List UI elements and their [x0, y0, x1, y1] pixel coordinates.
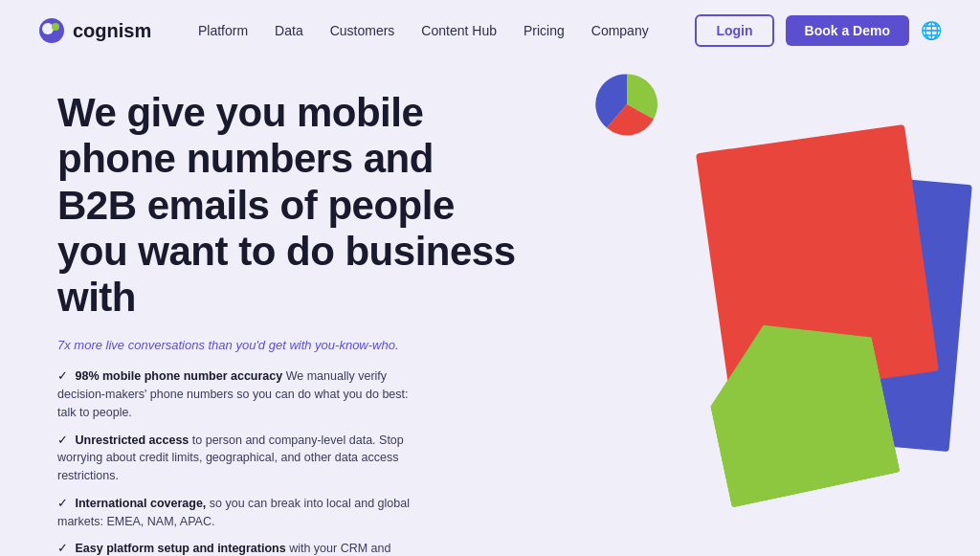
svg-point-1 — [42, 23, 54, 34]
feature-coverage: ✓ International coverage, so you can bre… — [57, 495, 421, 531]
nav-links: Platform Data Customers Content Hub Pric… — [198, 22, 649, 39]
hero-title: We give you mobile phone numbers and B2B… — [57, 90, 517, 321]
hero-tagline: 7x more live conversations than you'd ge… — [57, 338, 517, 352]
check-icon-1: ✓ — [57, 369, 68, 383]
feature-integrations: ✓ Easy platform setup and integrations w… — [57, 540, 421, 556]
check-icon-2: ✓ — [57, 434, 68, 447]
shapes-graphic — [597, 138, 942, 549]
book-demo-button[interactable]: Book a Demo — [786, 15, 909, 46]
nav-pricing[interactable]: Pricing — [523, 23, 565, 38]
logo-text: cognism — [73, 20, 151, 42]
logo-icon — [38, 17, 65, 44]
features-list: ✓ 98% mobile phone number accuracy We ma… — [57, 367, 517, 556]
hero-section: We give you mobile phone numbers and B2B… — [57, 80, 517, 556]
nav-company[interactable]: Company — [591, 23, 649, 38]
logo[interactable]: cognism — [38, 17, 151, 44]
language-icon[interactable]: 🌐 — [921, 20, 942, 41]
check-icon-4: ✓ — [57, 542, 68, 555]
pie-chart-small — [593, 71, 660, 138]
hero-graphic — [517, 80, 923, 556]
nav-content-hub[interactable]: Content Hub — [421, 23, 497, 38]
check-icon-3: ✓ — [57, 497, 68, 510]
feature-accuracy: ✓ 98% mobile phone number accuracy We ma… — [57, 367, 421, 421]
feature-access: ✓ Unrestricted access to person and comp… — [57, 432, 421, 485]
nav-data[interactable]: Data — [275, 23, 303, 38]
navbar: cognism Platform Data Customers Content … — [0, 0, 980, 61]
login-button[interactable]: Login — [695, 14, 773, 47]
main-content: We give you mobile phone numbers and B2B… — [0, 61, 980, 556]
nav-customers[interactable]: Customers — [330, 23, 395, 38]
nav-actions: Login Book a Demo 🌐 — [695, 14, 942, 47]
svg-point-2 — [52, 23, 59, 31]
nav-platform[interactable]: Platform — [198, 23, 248, 38]
